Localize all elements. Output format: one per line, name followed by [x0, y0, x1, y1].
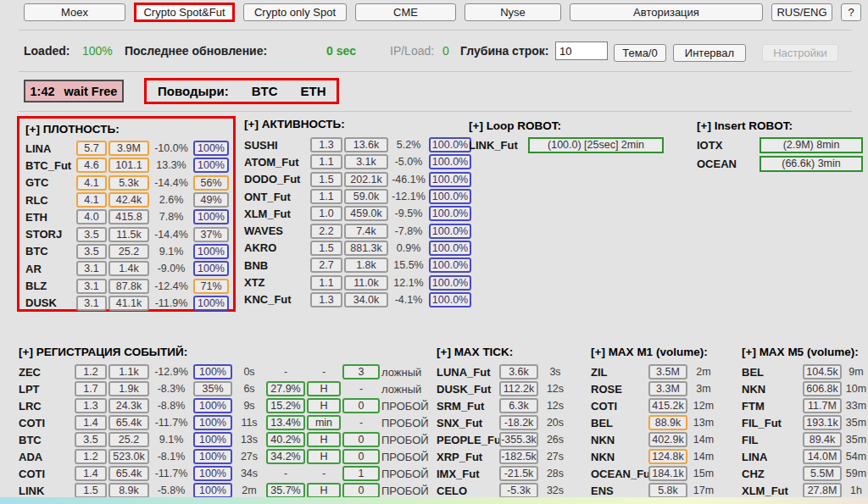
fill-percent-cell[interactable]: 100%: [193, 364, 232, 379]
ticker[interactable]: DUSK: [25, 296, 75, 309]
signal-percent-cell[interactable]: -: [266, 466, 305, 481]
volume-cell[interactable]: 459.0k: [344, 206, 388, 221]
fill-percent-cell[interactable]: 56%: [193, 175, 229, 191]
ratio-cell[interactable]: 1.2: [75, 364, 107, 379]
ticker[interactable]: DUSK_Fut: [437, 383, 498, 396]
volume-cell[interactable]: 3.9M: [108, 141, 149, 156]
ratio-cell[interactable]: 4.1: [76, 175, 107, 191]
nav-tab-authorization[interactable]: Авторизация: [570, 3, 763, 21]
fill-percent-cell[interactable]: 100%: [193, 261, 229, 276]
ratio-cell[interactable]: 1.4: [75, 415, 107, 430]
direction-cell[interactable]: -: [307, 364, 341, 379]
fill-percent-cell[interactable]: 100%: [193, 449, 232, 464]
ticker[interactable]: BTC: [19, 434, 73, 446]
ratio-cell[interactable]: 1.5: [310, 241, 342, 256]
insert-robot-title[interactable]: [+] Insert ROBOT:: [697, 119, 863, 132]
theme-button[interactable]: Тема/0: [614, 44, 666, 62]
volume-value-cell[interactable]: 5.8k: [648, 483, 687, 498]
volume-value-cell[interactable]: 89.4k: [803, 432, 842, 447]
volume-value-cell[interactable]: 27.8M: [803, 483, 842, 498]
row-depth-input[interactable]: [555, 42, 608, 60]
ticker[interactable]: AR: [25, 263, 75, 275]
ticker[interactable]: OCEAN: [697, 158, 758, 170]
fill-percent-cell[interactable]: 100.0%: [429, 189, 471, 204]
ratio-cell[interactable]: 4.6: [76, 158, 107, 173]
fill-percent-cell[interactable]: 35%: [193, 381, 232, 396]
volume-cell[interactable]: 1.9k: [108, 381, 149, 396]
ticker[interactable]: BLZ: [25, 280, 75, 292]
volume-value-cell[interactable]: 88.9k: [648, 415, 687, 430]
direction-cell[interactable]: H: [307, 398, 341, 413]
tick-value-cell[interactable]: -182.5k: [499, 449, 538, 464]
fill-percent-cell[interactable]: 71%: [193, 279, 229, 294]
tick-value-cell[interactable]: -355.3k: [499, 432, 538, 447]
nav-tab-crypto-only-spot[interactable]: Crypto only Spot: [243, 3, 347, 21]
ticker[interactable]: IOTX: [697, 139, 758, 152]
ticker[interactable]: XRP_Fut: [437, 451, 498, 463]
ticker[interactable]: LINK_Fut: [469, 139, 526, 152]
help-button[interactable]: ?: [841, 3, 861, 21]
ticker[interactable]: BNB: [244, 259, 309, 272]
ticker[interactable]: LRC: [19, 400, 73, 413]
ticker[interactable]: FTM: [742, 400, 801, 413]
count-cell[interactable]: -: [342, 381, 380, 396]
direction-cell[interactable]: -: [307, 466, 341, 481]
ticker[interactable]: SNX_Fut: [437, 417, 498, 429]
volume-value-cell[interactable]: 3.3M: [648, 381, 687, 396]
fill-percent-cell[interactable]: 37%: [193, 227, 229, 242]
ticker[interactable]: CELO: [437, 485, 498, 497]
fill-percent-cell[interactable]: 100.0%: [429, 224, 471, 239]
ticker[interactable]: PEOPLE_Fut: [437, 434, 498, 446]
volume-value-cell[interactable]: 14.0M: [803, 449, 842, 464]
ratio-cell[interactable]: 1.3: [75, 398, 107, 413]
fill-percent-cell[interactable]: 100%: [193, 209, 229, 224]
ratio-cell[interactable]: 2.7: [310, 258, 342, 273]
count-cell[interactable]: 0: [342, 449, 380, 464]
ratio-cell[interactable]: 1.5: [75, 483, 107, 498]
volume-cell[interactable]: 13.6k: [344, 137, 388, 152]
volume-value-cell[interactable]: 124.8k: [648, 449, 687, 464]
fill-percent-cell[interactable]: 100%: [193, 141, 229, 156]
volume-value-cell[interactable]: 606.8k: [803, 381, 842, 396]
ticker[interactable]: STORJ: [25, 228, 75, 241]
max-m5-title[interactable]: [+] MAX M5 (volume):: [742, 346, 868, 358]
signal-percent-cell[interactable]: 35.7%: [266, 483, 305, 498]
volume-value-cell[interactable]: 104.5k: [803, 364, 842, 379]
ticker[interactable]: BEL: [742, 366, 801, 379]
fill-percent-cell[interactable]: 100.0%: [429, 206, 471, 221]
ticker[interactable]: RLC: [25, 194, 75, 207]
ratio-cell[interactable]: 3.5: [76, 227, 107, 242]
fill-percent-cell[interactable]: 100.0%: [429, 154, 471, 169]
signal-percent-cell[interactable]: 15.2%: [266, 398, 305, 413]
tick-value-cell[interactable]: 6.3k: [499, 398, 538, 413]
count-cell[interactable]: 0: [342, 483, 380, 498]
volume-cell[interactable]: 59.0k: [344, 189, 388, 204]
tick-value-cell[interactable]: 3.6k: [499, 364, 538, 379]
volume-cell[interactable]: 34.0k: [344, 292, 388, 307]
language-toggle-button[interactable]: RUS/ENG: [771, 3, 832, 21]
fill-percent-cell[interactable]: 100.0%: [429, 292, 471, 307]
events-title[interactable]: [+] РЕГИСТРАЦИЯ СОБЫТИЙ:: [19, 346, 441, 358]
tick-value-cell[interactable]: 112.2k: [499, 381, 538, 396]
volume-value-cell[interactable]: 5.5M: [803, 466, 842, 481]
signal-percent-cell[interactable]: 27.9%: [266, 381, 305, 396]
ticker[interactable]: XLM_Fut: [244, 208, 309, 220]
fill-percent-cell[interactable]: 49%: [193, 192, 229, 208]
ticker[interactable]: ETH: [25, 211, 75, 224]
volume-cell[interactable]: 7.4k: [344, 224, 388, 239]
volume-cell[interactable]: 25.2: [108, 244, 149, 259]
direction-cell[interactable]: H: [307, 432, 341, 447]
volume-cell[interactable]: 42.4k: [108, 192, 149, 208]
ticker[interactable]: KNC_Fut: [244, 293, 309, 306]
fill-percent-cell[interactable]: 100%: [193, 432, 232, 447]
volume-cell[interactable]: 1.1k: [108, 364, 149, 379]
ticker[interactable]: COTI: [19, 417, 73, 429]
volume-cell[interactable]: 11.5k: [108, 227, 149, 242]
max-tick-title[interactable]: [+] MAX TICK:: [437, 346, 570, 358]
signal-percent-cell[interactable]: 34.2%: [266, 449, 305, 464]
fill-percent-cell[interactable]: 100%: [193, 244, 229, 259]
signal-percent-cell[interactable]: 40.2%: [266, 432, 305, 447]
volume-cell[interactable]: 101.1: [108, 158, 149, 173]
ratio-cell[interactable]: 3.5: [76, 244, 107, 259]
ticker[interactable]: LINA: [25, 142, 75, 155]
